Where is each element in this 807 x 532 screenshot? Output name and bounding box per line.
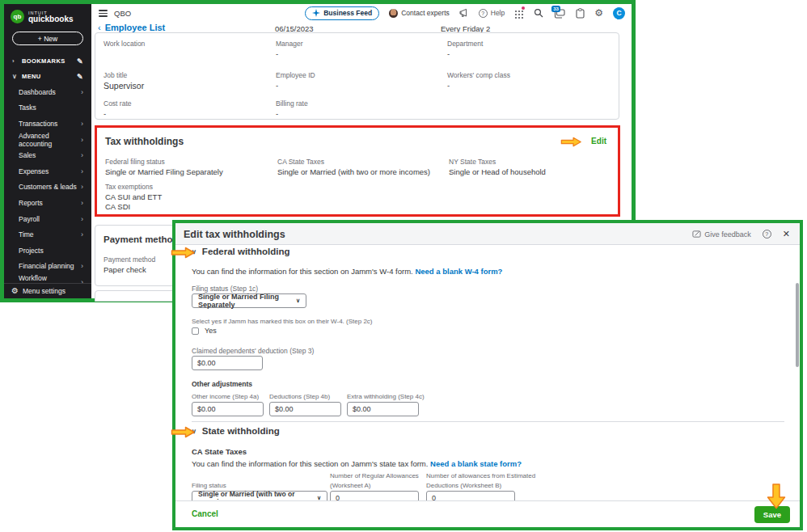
chevron-right-icon: › — [12, 57, 17, 65]
annotation-arrow-edit — [560, 137, 582, 147]
grid-dots-icon — [514, 10, 524, 19]
hamburger-menu-icon[interactable] — [99, 10, 108, 17]
notifications-icon[interactable]: 33 — [553, 8, 566, 19]
sidebar-item-transactions[interactable]: Transactions› — [4, 116, 91, 132]
field-value: Single or Married (with two or more inco… — [277, 167, 430, 176]
modal-footer: Cancel Save — [175, 500, 800, 527]
help-button[interactable]: ? Help — [479, 9, 505, 18]
field-label: Tax exemptions — [105, 183, 153, 191]
contact-experts-button[interactable]: Contact experts — [389, 9, 450, 18]
chevron-right-icon: › — [81, 215, 83, 223]
field-value: - — [447, 49, 450, 58]
field-label: Cost rate — [104, 99, 132, 108]
sidebar-item-projects[interactable]: Projects› — [4, 243, 91, 259]
annotation-arrow-save — [766, 483, 787, 509]
user-avatar[interactable]: C — [613, 7, 625, 19]
extra-withholding-input[interactable]: $0.00 — [347, 402, 419, 416]
field-label: Manager — [276, 40, 303, 48]
sidebar-item-payroll[interactable]: Payroll› — [4, 211, 91, 227]
w4-yes-checkbox-row: Yes — [192, 327, 217, 335]
field-label: Work location — [104, 40, 145, 48]
sidebar-bookmarks-header[interactable]: › BOOKMARKS ✎ — [4, 53, 91, 69]
filing-status-label: Filing status (Step 1c) — [192, 285, 258, 293]
give-feedback-button[interactable]: Give feedback — [692, 230, 751, 239]
allowance-b-label: Number of allowances from Estimated — [426, 472, 535, 479]
payment-method-title: Payment method — [104, 234, 179, 244]
field-label: Job title — [104, 71, 127, 79]
federal-withholding-section-header[interactable]: ∨ Federal withholding — [192, 247, 289, 256]
expert-avatar — [389, 9, 398, 18]
chevron-right-icon: › — [81, 230, 83, 239]
field-value: Single or Head of household — [449, 167, 546, 176]
allowance-a-label: Number of Regular Allowances — [330, 472, 419, 479]
sidebar-item-expenses[interactable]: Expenses› — [4, 163, 91, 179]
sidebar-item-dashboards[interactable]: Dashboards› — [4, 84, 91, 100]
state-withholding-section-header[interactable]: ∨ State withholding — [192, 426, 280, 436]
chevron-right-icon: › — [81, 199, 83, 207]
sidebar: qb INTUIT quickbooks + New › BOOKMARKS ✎… — [4, 4, 91, 298]
field-value: - — [447, 81, 450, 90]
chevron-right-icon: › — [81, 88, 83, 96]
business-feed-button[interactable]: Business Feed — [305, 6, 379, 20]
federal-filing-status-select[interactable]: Single or Married Filing Separately ∨ — [192, 293, 306, 308]
adjustment-label: Deductions (Step 4b) — [269, 393, 330, 400]
chevron-left-icon: ‹ — [98, 23, 101, 32]
sidebar-item-financial-planning[interactable]: Financial planning› — [4, 259, 91, 275]
sidebar-item-advanced-accounting[interactable]: Advanced accounting› — [4, 132, 91, 148]
notification-dot — [522, 6, 525, 10]
new-button[interactable]: + New — [12, 32, 83, 45]
megaphone-icon[interactable] — [459, 8, 469, 18]
apps-grid-icon[interactable] — [514, 8, 524, 18]
other-income-input[interactable]: $0.00 — [192, 402, 264, 416]
close-icon[interactable]: ✕ — [783, 229, 790, 239]
sidebar-item-customers-leads[interactable]: Customers & leads› — [4, 179, 91, 196]
chevron-down-icon: ∨ — [289, 298, 300, 304]
modal-scrollbar[interactable] — [796, 283, 799, 367]
cancel-button[interactable]: Cancel — [192, 509, 218, 518]
tax-withholdings-title: Tax withholdings — [105, 136, 184, 147]
field-value: - — [276, 81, 278, 90]
state-form-link[interactable]: Need a blank state form? — [430, 459, 522, 468]
sidebar-item-time[interactable]: Time› — [4, 226, 91, 243]
menu-settings-button[interactable]: ⚙ Menu settings — [4, 283, 91, 298]
sidebar-item-tasks[interactable]: Tasks› — [4, 100, 91, 116]
sidebar-menu-header[interactable]: ∨ MENU ✎ — [4, 69, 91, 84]
clipboard-icon[interactable] — [576, 8, 585, 19]
gear-icon: ⚙ — [11, 287, 19, 295]
search-icon[interactable] — [534, 8, 543, 18]
modal-header: Edit tax withholdings Give feedback ? ✕ — [175, 223, 800, 245]
breadcrumb[interactable]: ‹ Employee List — [98, 23, 165, 32]
notification-count-badge: 33 — [551, 6, 560, 12]
edit-pencil-icon[interactable]: ✎ — [77, 57, 83, 65]
field-label: Workers' comp class — [447, 71, 510, 79]
edit-pencil-icon[interactable]: ✎ — [77, 73, 83, 81]
section-divider — [192, 421, 784, 422]
yes-checkbox[interactable] — [192, 327, 199, 335]
logo-quickbooks-text: quickbooks — [28, 15, 74, 23]
chevron-right-icon: › — [81, 136, 83, 144]
field-value: Supervisor — [104, 81, 144, 91]
menu-label: MENU — [22, 73, 41, 80]
annotation-arrow-federal — [171, 247, 196, 259]
chevron-right-icon: › — [81, 167, 83, 175]
edit-tax-withholdings-modal: Edit tax withholdings Give feedback ? ✕ … — [172, 220, 803, 530]
field-value: - — [276, 49, 278, 58]
modal-help-icon[interactable]: ? — [763, 230, 771, 239]
qb-logo-icon: qb — [11, 10, 24, 23]
annotation-arrow-state — [171, 426, 196, 438]
quickbooks-logo: qb INTUIT quickbooks — [4, 4, 91, 27]
settings-gear-icon[interactable]: ⚙ — [594, 8, 603, 18]
sparkle-icon — [312, 9, 320, 17]
sidebar-item-sales[interactable]: Sales› — [4, 147, 91, 163]
w4-form-link[interactable]: Need a blank W-4 form? — [415, 267, 502, 276]
top-navigation-bar: QBO Business Feed Contact experts ? Help — [91, 4, 632, 22]
field-label: Employee ID — [276, 71, 315, 79]
sidebar-item-reports[interactable]: Reports› — [4, 195, 91, 211]
deductions-input[interactable]: $0.00 — [269, 402, 341, 416]
field-label: Billing rate — [276, 99, 308, 108]
dependents-input[interactable]: $0.00 — [192, 356, 263, 370]
company-name: QBO — [114, 9, 131, 18]
feedback-pencil-icon — [692, 230, 701, 239]
edit-tax-withholdings-link[interactable]: Edit — [591, 137, 606, 146]
other-adjustments-heading: Other adjustments — [192, 380, 252, 388]
